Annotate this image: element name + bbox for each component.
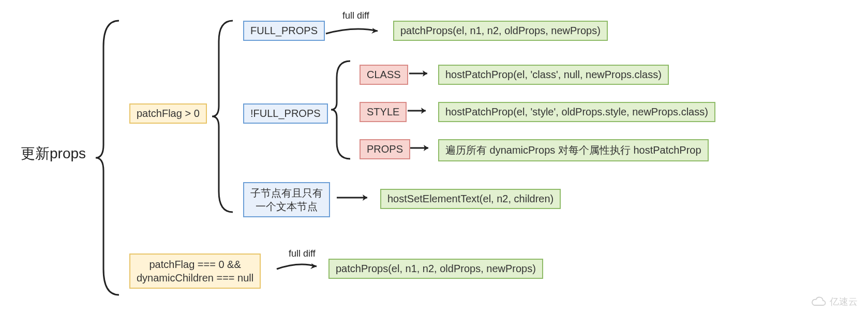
notfull-brace: [328, 57, 354, 163]
arrow-text-child: [335, 191, 374, 204]
label-full-diff-1: full diff: [342, 10, 369, 21]
label-full-diff-2: full diff: [289, 248, 316, 259]
condition-patchflag-zero: patchFlag === 0 && dynamicChildren === n…: [129, 254, 261, 289]
arrow-full-props: [323, 23, 385, 39]
result-props: 遍历所有 dynamicProps 对每个属性执行 hostPatchProp: [438, 139, 709, 161]
root-brace: [93, 16, 124, 300]
arrow-class: [408, 67, 433, 80]
branch-a-brace: [209, 16, 238, 217]
text-child-line1: 子节点有且只有: [250, 186, 323, 200]
tag-props: PROPS: [360, 139, 410, 159]
result-full-props: patchProps(el, n1, n2, oldProps, newProp…: [393, 21, 608, 41]
watermark-text: 亿速云: [830, 295, 858, 308]
result-branch-b: patchProps(el, n1, n2, oldProps, newProp…: [328, 259, 543, 279]
text-child-line2: 一个文本节点: [256, 200, 318, 213]
arrow-branch-b: [274, 259, 323, 274]
node-not-full-props: !FULL_PROPS: [243, 103, 328, 124]
arrow-style: [406, 105, 432, 117]
tag-class: CLASS: [360, 65, 408, 85]
node-text-child: 子节点有且只有 一个文本节点: [243, 182, 330, 217]
arrow-props: [409, 142, 435, 155]
cond-b-line2: dynamicChildren === null: [137, 271, 253, 285]
watermark: 亿速云: [811, 295, 858, 308]
result-class: hostPatchProp(el, 'class', null, newProp…: [438, 65, 669, 85]
tag-style: STYLE: [360, 102, 407, 122]
condition-patchflag-gt-0: patchFlag > 0: [129, 103, 207, 124]
cloud-icon: [811, 296, 827, 307]
result-text-child: hostSetElementText(el, n2, children): [380, 189, 561, 209]
node-full-props: FULL_PROPS: [243, 21, 325, 41]
cond-b-line1: patchFlag === 0 &&: [149, 258, 241, 271]
root-label: 更新props: [21, 144, 86, 163]
result-style: hostPatchProp(el, 'style', oldProps.styl…: [438, 102, 715, 122]
